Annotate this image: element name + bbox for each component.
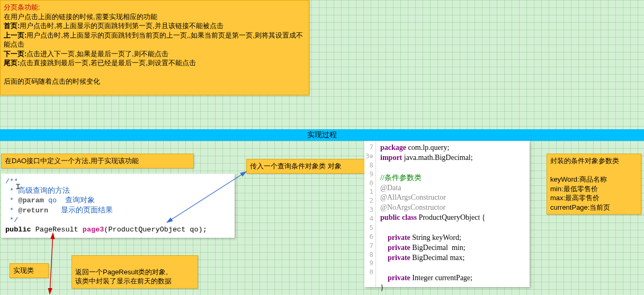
code-kw: public: [5, 226, 31, 234]
code-query-object: 7 3⊕ 8 9 0 1 2 3 4 5 6 7 8 9 0 package c…: [364, 141, 530, 287]
text: 用户点击时,将上面显示的页面跳转到第一页,并且该链接不能被点击: [20, 22, 223, 30]
anno: @AllArgsConstructor: [380, 193, 446, 201]
text: 实现类: [13, 266, 34, 274]
comment: //条件参数类: [380, 174, 422, 182]
text: 在DAO接口中定义一个方法,用于实现该功能: [5, 157, 139, 165]
kw: private: [388, 254, 410, 262]
t: }: [380, 283, 384, 291]
section-header: 实现过程: [0, 129, 644, 141]
text: 尾页:: [4, 59, 20, 67]
code-text: (ProductQueryObject qo);: [104, 226, 207, 234]
text: 分页条功能:: [4, 3, 40, 11]
note-impl: 实现类: [10, 263, 49, 278]
note-param: 传入一个查询条件对象类 对象: [246, 159, 365, 174]
code-gutter: 7 3⊕ 8 9 0 1 2 3 4 5 6 7 8 9 0: [364, 141, 376, 287]
code-tag: @param: [18, 196, 44, 204]
note-pagination-desc: 分页条功能: 在用户点击上面的链接的时候,需要实现相应的功能 首页:用户点击时,…: [0, 0, 309, 95]
text: 点击直接跳到最后一页,若已经是最后一页,则设置不能点击: [20, 59, 195, 67]
text-cursor-icon: Ꮖ: [16, 183, 21, 191]
t: com.lp.query;: [406, 144, 449, 151]
text: 上一页:: [4, 31, 26, 39]
text: 用户点击时,将上面显示的页面跳转到当前页的上一页,,如果当前页是第一页,则将其设…: [4, 31, 303, 49]
kw: public class: [380, 213, 417, 221]
text: 首页:: [4, 22, 20, 30]
text: 后面的页码随着点击的时候变化: [4, 77, 100, 85]
note-dao: 在DAO接口中定义一个方法,用于实现该功能: [1, 154, 194, 168]
text: keyWord:商品名称: [550, 175, 607, 183]
t: BigDecimal min;: [410, 244, 466, 252]
code-dao-method: /** * 高级查询的方法 * @param qo 查询对象 * @return…: [1, 174, 235, 238]
arrow-return: [50, 233, 53, 294]
t: Integer currentPage;: [410, 274, 472, 282]
section-title: 实现过程: [307, 130, 337, 139]
code-line: *: [5, 207, 18, 214]
code-method: page3: [83, 226, 104, 234]
note-return: 返回一个PageResult类的对象, 该类中封装了显示在前天的数据: [71, 255, 198, 289]
text: min:最低零售价: [550, 185, 598, 193]
kw: private: [388, 244, 410, 252]
kw: private: [388, 234, 410, 242]
code-line: */: [5, 216, 18, 224]
code-tag: @return: [18, 207, 48, 214]
code-line: 显示的页面结果: [48, 207, 113, 214]
t: ProductQueryObject {: [417, 213, 486, 221]
t: java.math.BigDecimal;: [402, 154, 472, 162]
code-line: *: [5, 196, 18, 204]
code-line: * 高级查询的方法: [5, 187, 70, 195]
code-text: PageResult: [31, 226, 83, 234]
text: 封装的条件对象参数类: [550, 157, 619, 165]
text: 传入一个查询条件对象类 对象: [250, 162, 342, 170]
text: 点击进入下一页,如果是最后一页了,则不能点击: [26, 50, 168, 58]
text: 下一页:: [4, 50, 26, 58]
code-body: package com.lp.query; import java.math.B…: [376, 141, 489, 287]
t: String keyWord;: [410, 234, 461, 242]
kw: import: [380, 154, 402, 162]
anno: @NoArgsConstructor: [380, 203, 445, 211]
t: BigDecimal max;: [410, 254, 465, 262]
diagram-canvas: 分页条功能: 在用户点击上面的链接的时候,需要实现相应的功能 首页:用户点击时,…: [0, 0, 644, 295]
text: currentPage:当前页: [550, 203, 610, 211]
kw: package: [380, 144, 406, 151]
kw: private: [388, 274, 410, 282]
text: 在用户点击上面的链接的时候,需要实现相应的功能: [4, 13, 157, 21]
note-qo-fields: 封装的条件对象参数类 keyWord:商品名称 min:最低零售价 max:最高…: [547, 154, 641, 214]
anno: @Data: [380, 184, 401, 192]
text: max:最高零售价: [550, 194, 600, 202]
code-line: qo 查询对象: [44, 196, 95, 204]
text: 返回一个PageResult类的对象, 该类中封装了显示在前天的数据: [75, 268, 172, 285]
